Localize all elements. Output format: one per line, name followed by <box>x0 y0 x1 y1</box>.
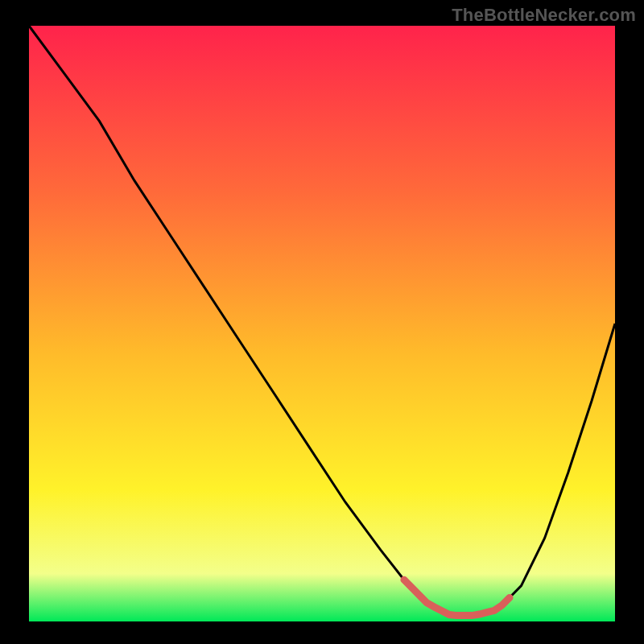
plot-area <box>29 26 615 621</box>
chart-frame: { "watermark": "TheBottleNecker.com", "c… <box>0 0 644 644</box>
chart-svg <box>0 0 644 644</box>
watermark: TheBottleNecker.com <box>452 5 636 26</box>
